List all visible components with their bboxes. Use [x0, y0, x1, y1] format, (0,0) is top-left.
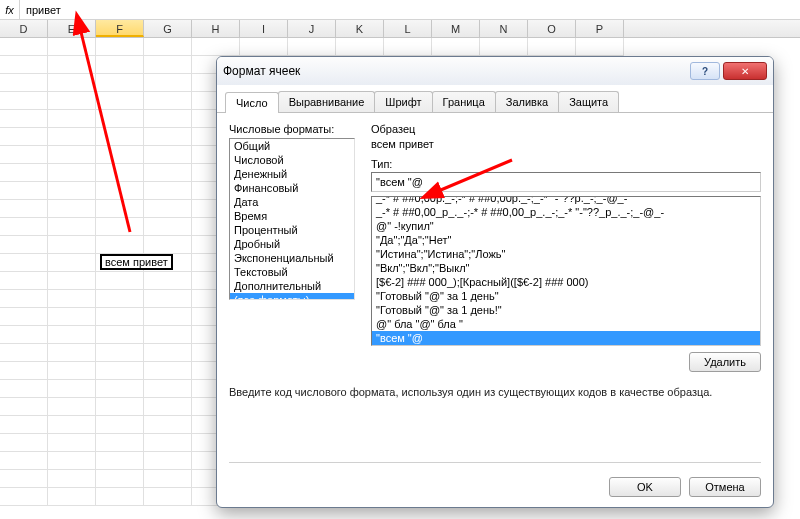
cell[interactable] — [0, 110, 48, 128]
cell[interactable] — [96, 128, 144, 146]
cell[interactable] — [96, 56, 144, 74]
tab-Защита[interactable]: Защита — [558, 91, 619, 112]
cell[interactable] — [0, 236, 48, 254]
tab-Граница[interactable]: Граница — [432, 91, 496, 112]
ok-button[interactable]: OK — [609, 477, 681, 497]
cell[interactable] — [144, 56, 192, 74]
format-item[interactable]: [$€-2] ### 000_);[Красный]([$€-2] ### 00… — [372, 275, 760, 289]
cell[interactable] — [96, 488, 144, 506]
cell[interactable] — [96, 290, 144, 308]
cell[interactable] — [96, 164, 144, 182]
cell[interactable] — [144, 236, 192, 254]
cell[interactable] — [48, 236, 96, 254]
cell[interactable] — [144, 488, 192, 506]
cell[interactable] — [0, 488, 48, 506]
cell[interactable] — [48, 362, 96, 380]
column-header[interactable]: G — [144, 20, 192, 37]
tab-Заливка[interactable]: Заливка — [495, 91, 559, 112]
cell[interactable] — [96, 452, 144, 470]
format-item[interactable]: "Готовый "@" за 1 день!" — [372, 303, 760, 317]
column-header[interactable]: D — [0, 20, 48, 37]
category-item[interactable]: (все форматы) — [230, 293, 354, 300]
column-header[interactable]: N — [480, 20, 528, 37]
cell[interactable] — [48, 344, 96, 362]
category-item[interactable]: Дробный — [230, 237, 354, 251]
cell[interactable] — [0, 38, 48, 56]
category-item[interactable]: Дополнительный — [230, 279, 354, 293]
cell[interactable] — [96, 38, 144, 56]
cell[interactable] — [48, 146, 96, 164]
cell[interactable] — [0, 290, 48, 308]
cell[interactable] — [144, 182, 192, 200]
format-item[interactable]: "Готовый "@" за 1 день" — [372, 289, 760, 303]
cell[interactable] — [144, 308, 192, 326]
cell[interactable] — [144, 218, 192, 236]
cell[interactable] — [48, 308, 96, 326]
cell[interactable] — [48, 38, 96, 56]
cell[interactable] — [48, 128, 96, 146]
cell[interactable] — [0, 326, 48, 344]
category-item[interactable]: Дата — [230, 195, 354, 209]
cell[interactable] — [576, 38, 624, 56]
cell[interactable] — [336, 38, 384, 56]
column-header[interactable]: F — [96, 20, 144, 37]
cell[interactable] — [144, 272, 192, 290]
cell[interactable] — [0, 254, 48, 272]
cell[interactable] — [96, 470, 144, 488]
cell[interactable] — [48, 200, 96, 218]
tab-Число[interactable]: Число — [225, 92, 279, 113]
format-item[interactable]: "всем "@ — [372, 331, 760, 345]
category-item[interactable]: Время — [230, 209, 354, 223]
cell[interactable] — [0, 218, 48, 236]
cell[interactable] — [48, 380, 96, 398]
cell[interactable] — [0, 308, 48, 326]
cell[interactable] — [144, 326, 192, 344]
cell[interactable] — [0, 200, 48, 218]
format-item[interactable]: _-* # ##0,00_р_._-;-* # ##0,00_р_._-;_-*… — [372, 205, 760, 219]
type-input[interactable] — [371, 172, 761, 192]
cell[interactable] — [144, 470, 192, 488]
cell[interactable] — [96, 74, 144, 92]
cell-selected[interactable]: всем привет — [100, 254, 173, 270]
column-header[interactable]: L — [384, 20, 432, 37]
cell[interactable] — [96, 218, 144, 236]
cell[interactable] — [0, 434, 48, 452]
cell[interactable] — [96, 182, 144, 200]
cancel-button[interactable]: Отмена — [689, 477, 761, 497]
cell[interactable] — [48, 182, 96, 200]
cell[interactable] — [0, 164, 48, 182]
cell[interactable] — [144, 128, 192, 146]
cell[interactable] — [96, 146, 144, 164]
category-item[interactable]: Общий — [230, 139, 354, 153]
cell[interactable] — [96, 272, 144, 290]
cell[interactable] — [48, 92, 96, 110]
category-list[interactable]: ОбщийЧисловойДенежныйФинансовыйДатаВремя… — [229, 138, 355, 300]
cell[interactable] — [48, 434, 96, 452]
cell[interactable] — [48, 398, 96, 416]
cell[interactable] — [144, 200, 192, 218]
cell[interactable] — [96, 362, 144, 380]
category-item[interactable]: Экспоненциальный — [230, 251, 354, 265]
formula-input[interactable]: привет — [20, 0, 800, 20]
cell[interactable] — [144, 110, 192, 128]
format-item[interactable]: "Да";"Да";"Нет" — [372, 233, 760, 247]
cell[interactable] — [144, 74, 192, 92]
fx-icon[interactable]: fx — [0, 0, 20, 20]
cell[interactable] — [96, 308, 144, 326]
category-item[interactable]: Процентный — [230, 223, 354, 237]
close-button[interactable]: ✕ — [723, 62, 767, 80]
format-item[interactable]: "Вкл";"Вкл";"Выкл" — [372, 261, 760, 275]
column-header[interactable]: H — [192, 20, 240, 37]
cell[interactable] — [144, 38, 192, 56]
cell[interactable] — [0, 128, 48, 146]
cell[interactable] — [528, 38, 576, 56]
cell[interactable] — [48, 272, 96, 290]
cell[interactable] — [48, 416, 96, 434]
column-header[interactable]: J — [288, 20, 336, 37]
cell[interactable] — [48, 254, 96, 272]
category-item[interactable]: Текстовый — [230, 265, 354, 279]
cell[interactable] — [0, 344, 48, 362]
cell[interactable] — [96, 326, 144, 344]
category-item[interactable]: Числовой — [230, 153, 354, 167]
cell[interactable] — [96, 380, 144, 398]
